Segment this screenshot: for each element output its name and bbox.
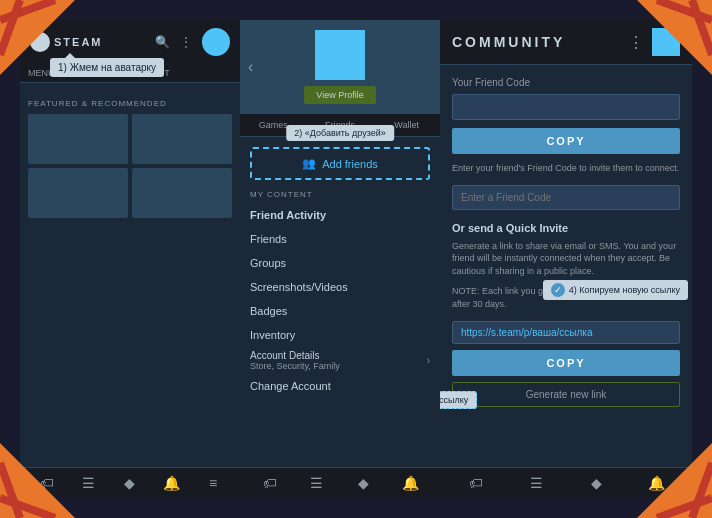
- tag-icon-community[interactable]: 🏷: [467, 474, 485, 492]
- featured-grid: [28, 114, 232, 218]
- generate-link-button[interactable]: Generate new link: [452, 382, 680, 407]
- hamburger-icon[interactable]: ≡: [204, 474, 222, 492]
- friend-code-label: Your Friend Code: [452, 77, 680, 88]
- svg-line-8: [0, 463, 20, 518]
- community-menu-icon[interactable]: ⋮: [628, 33, 644, 52]
- community-bottom-nav: 🏷 ☰ ◆ 🔔: [440, 467, 692, 498]
- step4-label: ✓ 4) Копируем новую ссылку: [543, 280, 688, 300]
- enter-friend-code-input[interactable]: [452, 185, 680, 210]
- add-friends-icon: 👥: [302, 157, 316, 170]
- step2-label: 2) «Добавить друзей»: [286, 125, 394, 141]
- list-icon[interactable]: ☰: [79, 474, 97, 492]
- menu-friends[interactable]: Friends: [240, 227, 440, 251]
- add-friends-label: Add friends: [322, 158, 378, 170]
- bell-icon-community[interactable]: 🔔: [647, 474, 665, 492]
- avatar[interactable]: [202, 28, 230, 56]
- community-avatar[interactable]: [652, 28, 680, 56]
- featured-item-3[interactable]: [28, 168, 128, 218]
- steam-header-icons: 🔍 ⋮: [154, 28, 230, 56]
- steam-logo: STEAM: [30, 32, 103, 52]
- community-header: COMMUNITY ⋮: [440, 20, 692, 65]
- community-panel: COMMUNITY ⋮ Your Friend Code COPY Enter …: [440, 20, 692, 498]
- back-button[interactable]: ‹: [248, 58, 253, 76]
- menu-badges[interactable]: Badges: [240, 299, 440, 323]
- steam-bottom-nav: 🏷 ☰ ◆ 🔔 ≡: [20, 467, 240, 498]
- svg-line-1: [0, 0, 55, 20]
- list-icon-profile[interactable]: ☰: [308, 474, 326, 492]
- svg-line-4: [657, 0, 712, 20]
- shield-icon[interactable]: ◆: [121, 474, 139, 492]
- view-profile-button[interactable]: View Profile: [304, 86, 375, 104]
- steam-logo-text: STEAM: [54, 36, 103, 48]
- link-display: https://s.team/p/ваша/ссылка: [452, 321, 680, 344]
- quick-invite-text: Generate a link to share via email or SM…: [452, 241, 676, 276]
- featured-item-4[interactable]: [132, 168, 232, 218]
- search-icon[interactable]: 🔍: [154, 34, 170, 50]
- step1-tooltip: 1) Жмем на аватарку: [50, 58, 164, 77]
- step3-label: 3) Создаем новую ссылку: [440, 391, 477, 409]
- friend-code-input[interactable]: [452, 94, 680, 120]
- svg-line-7: [0, 498, 55, 518]
- chevron-right-icon: ›: [427, 355, 430, 366]
- profile-avatar[interactable]: [315, 30, 365, 80]
- account-details-label: Account Details Store, Security, Family: [250, 350, 340, 371]
- invite-description: Enter your friend's Friend Code to invit…: [452, 162, 680, 175]
- menu-change-account[interactable]: Change Account: [240, 374, 440, 398]
- featured-item-1[interactable]: [28, 114, 128, 164]
- profile-bottom-nav: 🏷 ☰ ◆ 🔔: [240, 467, 440, 498]
- community-header-right: ⋮: [628, 28, 680, 56]
- copy-button-2[interactable]: COPY: [452, 350, 680, 376]
- steam-content: FEATURED & RECOMMENDED: [20, 83, 240, 467]
- checkmark-icon: ✓: [551, 283, 565, 297]
- featured-label: FEATURED & RECOMMENDED: [28, 99, 232, 108]
- list-icon-community[interactable]: ☰: [527, 474, 545, 492]
- steam-logo-icon: [30, 32, 50, 52]
- menu-dots-icon[interactable]: ⋮: [178, 34, 194, 50]
- bell-icon[interactable]: 🔔: [163, 474, 181, 492]
- shield-icon-community[interactable]: ◆: [587, 474, 605, 492]
- community-title: COMMUNITY: [452, 34, 565, 50]
- copy-button-1[interactable]: COPY: [452, 128, 680, 154]
- account-details-sub: Store, Security, Family: [250, 361, 340, 371]
- community-content: Your Friend Code COPY Enter your friend'…: [440, 65, 692, 467]
- tag-icon-profile[interactable]: 🏷: [261, 474, 279, 492]
- steam-client-panel: STEAM 🔍 ⋮ MENU▾ WISHLIST WALLET 1) Жмем …: [20, 20, 240, 498]
- shield-icon-profile[interactable]: ◆: [355, 474, 373, 492]
- quick-invite-title: Or send a Quick Invite: [452, 222, 680, 234]
- svg-line-5: [692, 0, 712, 55]
- featured-item-2[interactable]: [132, 114, 232, 164]
- profile-panel: ‹ View Profile 2) «Добавить друзей» Game…: [240, 20, 440, 498]
- step4-text: 4) Копируем новую ссылку: [569, 285, 680, 295]
- svg-line-11: [692, 463, 712, 518]
- menu-screenshots[interactable]: Screenshots/Videos: [240, 275, 440, 299]
- tag-icon[interactable]: 🏷: [38, 474, 56, 492]
- svg-line-2: [0, 0, 20, 55]
- menu-groups[interactable]: Groups: [240, 251, 440, 275]
- add-friends-button[interactable]: 👥 Add friends: [250, 147, 430, 180]
- profile-header: ‹ View Profile: [240, 20, 440, 114]
- quick-invite-description: Generate a link to share via email or SM…: [452, 240, 680, 278]
- menu-friend-activity[interactable]: Friend Activity: [240, 203, 440, 227]
- svg-line-10: [657, 498, 712, 518]
- main-container: STEAM 🔍 ⋮ MENU▾ WISHLIST WALLET 1) Жмем …: [20, 20, 692, 498]
- menu-account-details[interactable]: Account Details Store, Security, Family …: [240, 347, 440, 374]
- menu-inventory[interactable]: Inventory: [240, 323, 440, 347]
- my-content-label: MY CONTENT: [240, 190, 440, 203]
- bell-icon-profile[interactable]: 🔔: [402, 474, 420, 492]
- account-details-title: Account Details: [250, 350, 340, 361]
